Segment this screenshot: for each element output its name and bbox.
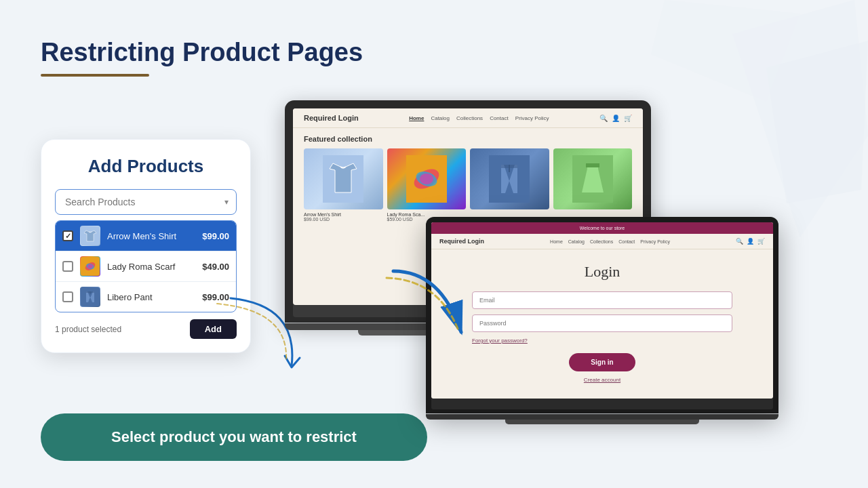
search-icon: 🔍 <box>599 115 608 122</box>
login-laptop-screen: Welcome to our store Required Login Home… <box>431 222 773 399</box>
shop-nav-privacy: Privacy Policy <box>515 115 549 121</box>
forgot-password-link[interactable]: Forgot your password? <box>472 338 528 344</box>
product-name-2: Lady Roma Scarf <box>107 262 195 272</box>
page-title-container: Restricting Product Pages <box>41 37 363 77</box>
shop-logo: Required Login <box>304 114 359 122</box>
featured-title: Featured collection <box>304 135 632 143</box>
login-nav-links: Home Catalog Collections Contact Privacy… <box>550 239 670 244</box>
login-nav-privacy: Privacy Policy <box>640 239 670 244</box>
product-list: Arrow Men's Shirt $99.00 Lady Roma Scarf… <box>55 220 237 312</box>
bottom-banner: Select product you want to restrict <box>41 413 427 461</box>
login-nav-contact: Contact <box>618 239 635 244</box>
login-nav-icons: 🔍 👤 🛒 <box>736 238 765 245</box>
shop-nav-contact: Contact <box>490 115 509 121</box>
login-title: Login <box>585 263 620 281</box>
list-item <box>470 148 549 224</box>
banner-text: Select product you want to restrict <box>111 428 357 446</box>
list-item: Lady Roma Sca... $59.00 USD <box>387 148 467 224</box>
chevron-down-icon: ▾ <box>224 197 229 207</box>
featured-item-info: Arrow Men's Shirt $99.00 USD <box>304 209 383 224</box>
product-name-1: Arrow Men's Shirt <box>107 231 195 241</box>
table-row[interactable]: Libero Pant $99.00 <box>56 282 236 312</box>
card-title: Add Products <box>55 156 237 177</box>
product-price-1: $99.00 <box>202 231 229 241</box>
login-logo: Required Login <box>439 238 484 245</box>
login-navbar: Required Login Home Catalog Collections … <box>431 234 773 249</box>
list-item: Arrow Men's Shirt $99.00 USD <box>304 148 383 224</box>
product-thumbnail-shirt <box>304 148 383 209</box>
user-icon: 👤 <box>612 115 620 122</box>
list-item <box>553 148 633 224</box>
email-field[interactable] <box>472 291 732 309</box>
svg-rect-15 <box>501 165 517 168</box>
search-container: ▾ <box>55 189 237 215</box>
cart-icon: 🛒 <box>624 115 632 122</box>
svg-rect-13 <box>489 155 530 203</box>
cart-icon: 🛒 <box>757 238 765 245</box>
login-laptop-bottom <box>426 414 778 420</box>
add-products-card: Add Products ▾ Arrow Men's Shirt $99.00 <box>41 139 251 353</box>
login-laptop-frame: Welcome to our store Required Login Home… <box>426 217 778 413</box>
product-price-3: $99.00 <box>202 292 229 302</box>
product-checkbox-2[interactable] <box>62 261 73 272</box>
welcome-bar: Welcome to our store <box>431 222 773 234</box>
laptop-front: Welcome to our store Required Login Home… <box>426 217 778 424</box>
create-account-link[interactable]: Create account <box>584 377 620 383</box>
login-nav-catalog: Catalog <box>568 239 585 244</box>
title-underline <box>41 74 149 77</box>
featured-item-info <box>553 209 633 215</box>
product-image-1 <box>80 226 100 246</box>
product-thumbnail-skirt <box>553 148 633 209</box>
svg-point-12 <box>420 174 433 184</box>
login-laptop-base <box>431 399 773 409</box>
shop-navbar: Required Login Home Catalog Collections … <box>293 108 643 128</box>
featured-item-price: $99.00 USD <box>304 217 383 222</box>
product-thumbnail-scarf <box>387 148 467 209</box>
password-field[interactable] <box>472 314 732 332</box>
search-input[interactable] <box>55 189 237 215</box>
login-body: Login Forgot your password? Sign in Crea… <box>431 249 773 396</box>
product-image-3 <box>80 287 100 307</box>
featured-section: Featured collection Arrow Men's Shirt <box>293 128 643 231</box>
featured-item-name: Lady Roma Sca... <box>387 212 467 217</box>
search-icon: 🔍 <box>736 238 743 245</box>
shop-nav-links: Home Catalog Collections Contact Privacy… <box>409 115 549 121</box>
login-nav-collections: Collections <box>590 239 613 244</box>
add-button[interactable]: Add <box>190 319 237 339</box>
featured-item-info <box>470 209 549 215</box>
product-checkbox-1[interactable] <box>62 230 73 241</box>
selected-count: 1 product selected <box>55 325 121 334</box>
shop-nav-catalog: Catalog <box>431 115 450 121</box>
login-laptop-stand <box>505 420 699 424</box>
sign-in-button[interactable]: Sign in <box>569 353 635 371</box>
login-nav-home: Home <box>550 239 563 244</box>
featured-item-name: Arrow Men's Shirt <box>304 212 383 217</box>
svg-rect-17 <box>586 163 599 167</box>
table-row[interactable]: Arrow Men's Shirt $99.00 <box>56 221 236 251</box>
page-title: Restricting Product Pages <box>41 37 363 68</box>
product-image-2 <box>80 256 100 277</box>
product-price-2: $49.00 <box>202 262 229 272</box>
svg-rect-7 <box>86 291 94 293</box>
shop-nav-home: Home <box>409 115 424 121</box>
shop-nav-icons: 🔍 👤 🛒 <box>599 115 632 122</box>
user-icon: 👤 <box>747 238 754 245</box>
product-name-3: Libero Pant <box>107 292 195 302</box>
product-checkbox-3[interactable] <box>62 291 73 302</box>
shop-nav-collections: Collections <box>456 115 483 121</box>
product-thumbnail-jeans <box>470 148 549 209</box>
featured-grid: Arrow Men's Shirt $99.00 USD <box>304 148 632 224</box>
table-row[interactable]: Lady Roma Scarf $49.00 <box>56 251 236 282</box>
card-footer: 1 product selected Add <box>55 319 237 339</box>
